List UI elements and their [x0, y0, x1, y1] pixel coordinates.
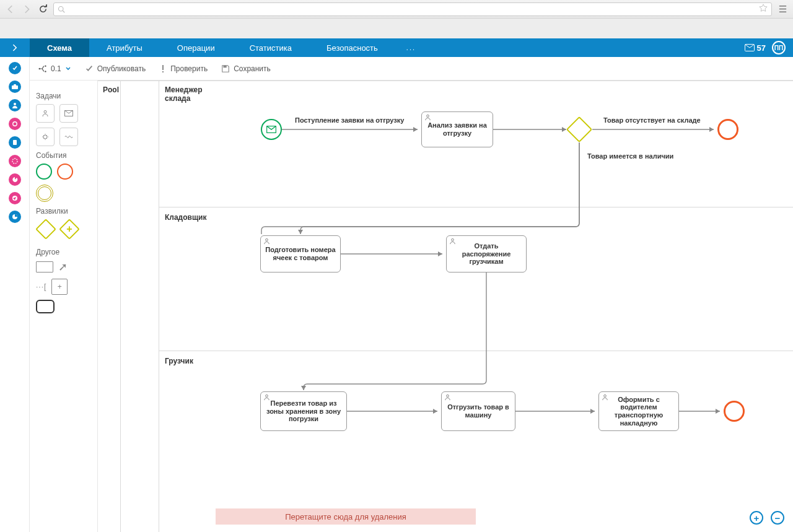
- rail-icon-7[interactable]: [9, 173, 21, 186]
- rail-icon-4[interactable]: [9, 118, 21, 130]
- user-avatar[interactable]: ПП: [772, 41, 786, 55]
- lane-border-1: [159, 207, 793, 207]
- tab-security[interactable]: Безопасность: [309, 38, 395, 57]
- palette-user-task[interactable]: [36, 104, 55, 123]
- shape-palette: Задачи События Развилки: [30, 81, 98, 532]
- zoom-in-button[interactable]: +: [750, 511, 763, 525]
- hamburger-icon[interactable]: [777, 4, 788, 15]
- task-ship[interactable]: Отгрузить товар в машину: [441, 391, 515, 431]
- svg-point-10: [45, 65, 46, 66]
- validate-button[interactable]: Проверить: [159, 64, 208, 73]
- task-label: Анализ заявки на отгрузку: [426, 121, 489, 137]
- save-icon: [221, 64, 230, 73]
- svg-point-7: [12, 159, 17, 164]
- palette-annotation[interactable]: [36, 261, 53, 273]
- task-give-order[interactable]: Отдать распоряжение грузчикам: [446, 235, 527, 273]
- lane-border-2: [159, 351, 793, 351]
- tab-schema[interactable]: Схема: [30, 38, 89, 57]
- task-move-goods[interactable]: Перевезти товар из зоны хранения в зону …: [260, 391, 347, 431]
- svg-rect-14: [162, 71, 164, 72]
- edge-label-present: Товар имеется в наличии: [587, 152, 673, 160]
- browser-chrome: [0, 0, 793, 19]
- svg-point-21: [266, 238, 268, 241]
- palette-send-task[interactable]: [59, 104, 78, 123]
- user-icon: [263, 238, 270, 246]
- rail-icon-9[interactable]: [9, 211, 21, 223]
- zoom-out-button[interactable]: −: [771, 511, 784, 525]
- left-rail: [0, 57, 30, 532]
- task-label: Отгрузить товар в машину: [445, 403, 511, 419]
- tab-statistics[interactable]: Статистика: [232, 38, 309, 57]
- delete-drop-zone[interactable]: Перетащите сюда для удаления: [216, 508, 476, 525]
- editor-toolbar: 0.1 Опубликовать Проверить Сохранить: [30, 57, 793, 81]
- task-analyze[interactable]: Анализ заявки на отгрузку: [421, 111, 493, 147]
- version-selector[interactable]: 0.1: [38, 64, 71, 73]
- tab-more[interactable]: ...: [395, 38, 427, 57]
- palette-start-event[interactable]: [36, 164, 52, 180]
- palette-subprocess[interactable]: +: [51, 279, 68, 295]
- url-bar[interactable]: [53, 2, 772, 16]
- rail-icon-8[interactable]: [9, 192, 21, 204]
- lane-title-3: Грузчик: [165, 357, 193, 365]
- rail-icon-6[interactable]: [9, 155, 21, 167]
- tab-attributes[interactable]: Атрибуты: [89, 38, 160, 57]
- palette-timer-event[interactable]: [36, 185, 53, 202]
- palette-pool[interactable]: [36, 300, 55, 313]
- save-label: Сохранить: [234, 64, 271, 73]
- user-icon: [449, 238, 456, 246]
- palette-connector[interactable]: ➚: [58, 260, 68, 274]
- user-icon: [424, 114, 431, 123]
- gateway[interactable]: [566, 116, 592, 142]
- url-input[interactable]: [69, 5, 755, 14]
- zoom-controls: + −: [750, 511, 784, 525]
- diagram-edges: [98, 81, 793, 526]
- rail-icon-5[interactable]: [9, 136, 21, 149]
- palette-parallel-gateway[interactable]: [59, 219, 80, 240]
- rail-icon-2[interactable]: [9, 81, 21, 93]
- lane-divider: [159, 81, 159, 532]
- palette-script-task[interactable]: [59, 128, 78, 146]
- mail-icon: [745, 44, 755, 51]
- svg-point-18: [43, 135, 47, 139]
- search-icon: [58, 6, 65, 13]
- task-prepare-cells[interactable]: Подготовить номера ячеек с товаром: [260, 235, 341, 273]
- diagram-canvas[interactable]: Pool Менеджер склада Кладовщик Грузчик П…: [98, 81, 793, 532]
- svg-point-20: [427, 115, 429, 117]
- task-label: Оформить с водителем транспортную наклад…: [603, 396, 675, 427]
- save-button[interactable]: Сохранить: [221, 64, 271, 73]
- svg-point-22: [452, 238, 454, 241]
- nav-back-icon[interactable]: [5, 4, 16, 15]
- reload-icon[interactable]: [37, 4, 48, 15]
- user-icon: [444, 394, 451, 403]
- publish-button[interactable]: Опубликовать: [85, 64, 146, 73]
- palette-end-event[interactable]: [57, 164, 73, 180]
- bookmark-icon[interactable]: [759, 4, 768, 14]
- end-event-1[interactable]: [717, 119, 738, 140]
- palette-other-head: Другое: [36, 248, 91, 256]
- svg-point-5: [12, 122, 16, 126]
- rail-icon-1[interactable]: [9, 62, 21, 74]
- rail-icon-3[interactable]: [9, 99, 21, 111]
- user-icon: [263, 394, 270, 403]
- start-event[interactable]: [261, 119, 282, 140]
- tab-operations[interactable]: Операции: [160, 38, 232, 57]
- lane-title-1: Менеджер склада: [165, 85, 203, 103]
- palette-service-task[interactable]: [36, 128, 55, 146]
- edge-label-start: Поступление заявки на отгрузку: [295, 116, 404, 124]
- task-waybill[interactable]: Оформить с водителем транспортную наклад…: [598, 391, 679, 431]
- palette-association[interactable]: ···[: [36, 282, 46, 291]
- svg-point-12: [39, 68, 40, 69]
- svg-point-16: [44, 111, 46, 113]
- svg-point-11: [45, 71, 46, 72]
- validate-label: Проверить: [170, 64, 208, 73]
- nav-forward-icon[interactable]: [21, 4, 32, 15]
- palette-gateways-head: Развилки: [36, 207, 91, 216]
- version-label: 0.1: [51, 64, 61, 73]
- mail-badge[interactable]: 57: [745, 43, 766, 53]
- end-event-2[interactable]: [724, 401, 745, 422]
- sidebar-toggle[interactable]: [0, 38, 30, 57]
- task-label: Подготовить номера ячеек с товаром: [265, 246, 336, 261]
- svg-rect-6: [13, 140, 17, 145]
- svg-point-24: [447, 395, 449, 397]
- palette-xor-gateway[interactable]: [35, 219, 56, 240]
